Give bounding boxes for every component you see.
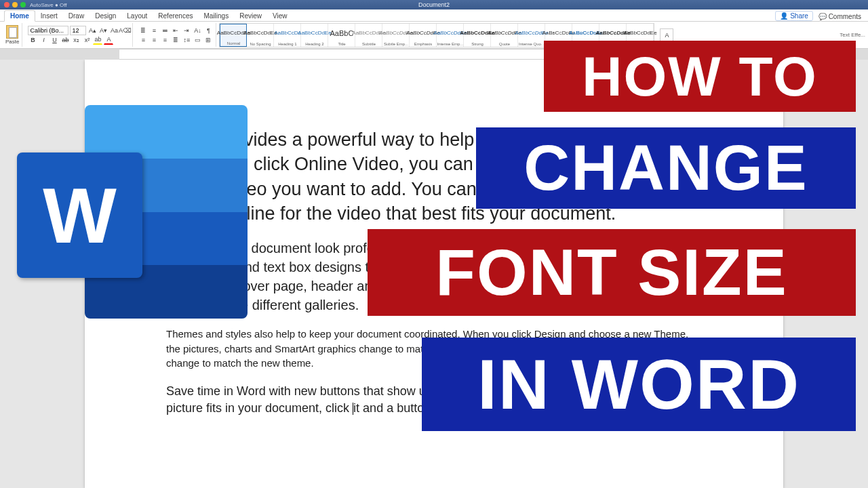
word-logo-overlay: W (17, 105, 251, 322)
overlay-text-2: CHANGE (476, 127, 856, 209)
font-group: A▴ A▾ Aa A⌫ B I U ab x₂ x² ab A (25, 23, 133, 47)
tab-references[interactable]: References (153, 11, 198, 21)
tab-review[interactable]: Review (234, 11, 267, 21)
maximize-window-icon[interactable] (20, 2, 26, 7)
clipboard-group: Paste (3, 23, 22, 47)
overlay-text-4: IN WORD (422, 338, 856, 431)
close-window-icon[interactable] (4, 2, 9, 7)
borders-icon[interactable]: ⊞ (203, 35, 213, 45)
comments-label: Comments (829, 13, 861, 20)
styles-pane-icon[interactable]: A (660, 28, 673, 42)
italic-button[interactable]: I (39, 35, 48, 45)
paste-icon (6, 25, 18, 39)
clear-formatting-icon[interactable]: A⌫ (120, 26, 130, 35)
share-button[interactable]: 👤 Share (775, 11, 812, 21)
increase-font-icon[interactable]: A▴ (87, 26, 97, 35)
word-logo-letter: W (43, 171, 117, 260)
traffic-lights (4, 2, 26, 7)
show-marks-icon[interactable]: ¶ (203, 26, 213, 35)
style-heading-2[interactable]: AaBbCcDdEeHeading 2 (301, 24, 328, 47)
autosave-toggle[interactable]: AutoSave ● Off (30, 2, 67, 8)
tab-mailings[interactable]: Mailings (198, 11, 234, 21)
line-spacing-icon[interactable]: ↕≡ (182, 35, 191, 45)
ribbon-tabs: Home Insert Draw Design Layout Reference… (0, 9, 868, 22)
tab-layout[interactable]: Layout (121, 11, 153, 21)
numbering-icon[interactable]: ≡ (149, 26, 159, 35)
increase-indent-icon[interactable]: ⇥ (182, 26, 191, 35)
style-no-spacing[interactable]: AaBbCcDdEeNo Spacing (247, 24, 274, 47)
align-left-icon[interactable]: ≡ (138, 35, 148, 45)
bold-button[interactable]: B (28, 35, 37, 45)
underline-button[interactable]: U (50, 35, 59, 45)
tab-draw[interactable]: Draw (63, 11, 90, 21)
overlay-text-3: FONT SIZE (368, 229, 856, 316)
tab-home[interactable]: Home (4, 10, 35, 22)
tab-insert[interactable]: Insert (35, 11, 63, 21)
superscript-button[interactable]: x² (82, 35, 92, 45)
align-center-icon[interactable]: ≡ (149, 35, 159, 45)
multilevel-list-icon[interactable]: ⩸ (160, 26, 170, 35)
word-logo-w-tile: W (17, 152, 142, 278)
font-name-selector[interactable] (28, 26, 68, 35)
shading-icon[interactable]: ▭ (193, 35, 202, 45)
minimize-window-icon[interactable] (12, 2, 18, 7)
bullets-icon[interactable]: ≣ (138, 26, 148, 35)
document-title: Document2 (418, 1, 450, 8)
tab-view[interactable]: View (267, 11, 293, 21)
change-case-icon[interactable]: Aa (109, 26, 119, 35)
mac-titlebar: AutoSave ● Off Document2 (0, 0, 868, 9)
align-right-icon[interactable]: ≡ (160, 35, 170, 45)
paste-button[interactable]: Paste (5, 25, 19, 45)
justify-icon[interactable]: ≣ (171, 35, 180, 45)
paste-label: Paste (5, 39, 19, 45)
decrease-font-icon[interactable]: A▾ (98, 26, 108, 35)
paragraph-group: ≣ ≡ ⩸ ⇤ ⇥ A↓ ¶ ≡ ≡ ≡ ≣ ↕≡ ▭ ⊞ (136, 23, 216, 47)
style-intense-quote[interactable]: AaBbCcDdEeIntense Quo... (518, 24, 545, 47)
text-effects-label[interactable]: Text Effe... (840, 32, 865, 38)
comments-button[interactable]: 💬 Comments (816, 12, 864, 21)
tab-design[interactable]: Design (90, 11, 121, 21)
font-size-selector[interactable] (70, 26, 86, 35)
sort-icon[interactable]: A↓ (193, 26, 202, 35)
overlay-text-1: HOW TO (544, 41, 856, 112)
strikethrough-button[interactable]: ab (60, 35, 70, 45)
highlight-color-icon[interactable]: ab (93, 35, 102, 45)
subscript-button[interactable]: x₂ (71, 35, 81, 45)
decrease-indent-icon[interactable]: ⇤ (171, 26, 180, 35)
share-label: Share (790, 12, 808, 20)
font-color-icon[interactable]: A (104, 35, 113, 45)
